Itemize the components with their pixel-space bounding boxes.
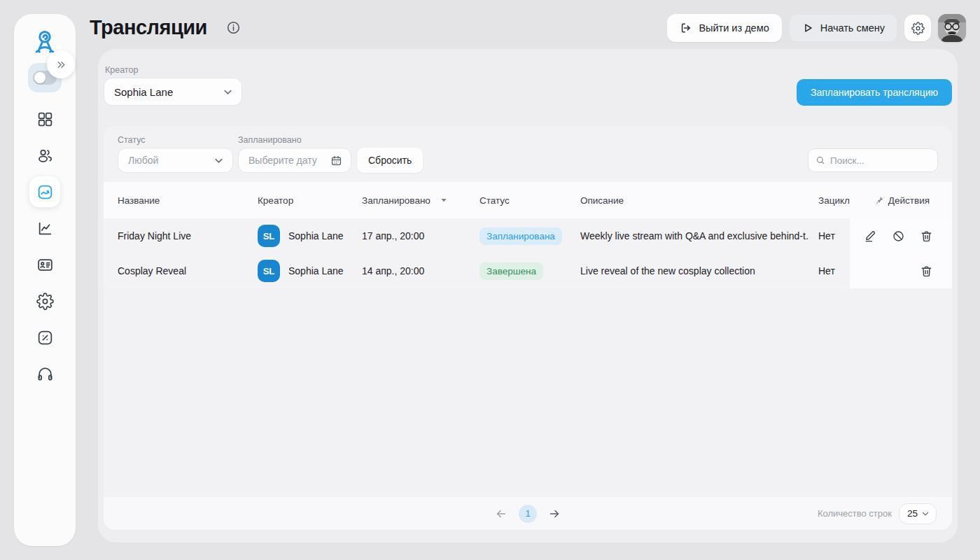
page-number[interactable]: 1: [519, 505, 537, 523]
play-icon: [802, 22, 814, 34]
creator-label: Креатор: [105, 65, 138, 75]
ban-icon: [892, 230, 905, 243]
table-row[interactable]: Friday Night Live SL Sophia Lane 17 апр.…: [104, 218, 952, 253]
status-badge: Запланирована: [479, 227, 562, 245]
exit-demo-label: Выйти из демо: [699, 22, 769, 34]
sidebar-item-analytics[interactable]: [29, 213, 60, 244]
delete-button[interactable]: [916, 226, 936, 246]
status-filter-label: Статус: [118, 135, 146, 145]
start-shift-button[interactable]: Начать смену: [789, 14, 897, 42]
date-picker-input[interactable]: Выберите дату: [238, 148, 351, 173]
pagination-bar: 1 Количество строк 25: [104, 497, 952, 530]
search-field[interactable]: [808, 148, 938, 172]
pin-icon: [874, 195, 884, 206]
search-icon: [816, 155, 825, 165]
table-header-row: Название Креатор Запланировано Статус Оп…: [104, 182, 952, 218]
broadcast-name: Cosplay Reveal: [104, 265, 258, 276]
actions-cell: [850, 253, 952, 288]
rows-per-page-select[interactable]: 25: [899, 503, 937, 524]
column-header-scheduled[interactable]: Запланировано: [362, 195, 478, 206]
id-card-icon: [36, 256, 54, 274]
start-shift-label: Начать смену: [820, 22, 885, 34]
header-settings-button[interactable]: [904, 15, 931, 41]
settings-gear-icon: [36, 293, 54, 310]
user-avatar[interactable]: [938, 14, 966, 42]
creator-cell: SL Sophia Lane: [258, 225, 362, 247]
sidebar-item-broadcasts[interactable]: [29, 176, 60, 207]
status-cell: Завершена: [478, 262, 580, 280]
avatar-image: [938, 14, 966, 42]
broadcast-description: Weekly live stream with Q&A and exclusiv…: [580, 230, 809, 241]
edit-pencil-icon: [864, 230, 877, 243]
cancel-button[interactable]: [888, 226, 908, 246]
status-badge: Завершена: [479, 262, 543, 280]
loop-value: Нет: [809, 265, 850, 276]
rows-per-page-value: 25: [907, 508, 918, 519]
creator-select[interactable]: Sophia Lane: [104, 78, 242, 106]
gear-icon: [911, 22, 925, 35]
creator-initials-avatar: SL: [258, 225, 280, 247]
broadcasts-icon: [36, 183, 54, 201]
logout-icon: [680, 22, 692, 34]
search-input[interactable]: [830, 155, 930, 166]
headphones-icon: [36, 365, 54, 383]
dashboard-grid-icon: [36, 111, 54, 128]
column-header-name[interactable]: Название: [104, 195, 258, 206]
sidebar: [14, 14, 76, 546]
trash-icon: [920, 265, 933, 278]
trash-icon: [920, 230, 933, 243]
info-icon[interactable]: [227, 21, 240, 34]
creator-name: Sophia Lane: [288, 265, 344, 276]
arrow-right-icon: [548, 507, 561, 520]
toggle-knob: [34, 72, 46, 83]
sidebar-expand-button[interactable]: [47, 50, 75, 78]
broadcasts-panel: Статус Любой Запланировано Выберите дату…: [104, 126, 952, 530]
next-page-button[interactable]: [547, 506, 562, 522]
status-filter-value: Любой: [128, 155, 158, 166]
delete-button[interactable]: [916, 261, 936, 281]
sidebar-item-settings[interactable]: [29, 286, 60, 316]
schedule-broadcast-button[interactable]: Запланировать трансляцию: [797, 79, 952, 106]
main-panel: Креатор Sophia Lane Запланировать трансл…: [98, 49, 958, 542]
creator-select-value: Sophia Lane: [114, 86, 173, 98]
table-row[interactable]: Cosplay Reveal SL Sophia Lane 14 апр., 2…: [104, 253, 952, 288]
percent-icon: [36, 329, 54, 346]
scheduled-filter-label: Запланировано: [238, 135, 302, 145]
broadcast-name: Friday Night Live: [104, 230, 258, 241]
users-icon: [36, 147, 54, 164]
creator-initials-avatar: SL: [258, 260, 280, 282]
creator-cell: SL Sophia Lane: [258, 260, 362, 282]
creator-name: Sophia Lane: [288, 230, 344, 241]
column-header-status[interactable]: Статус: [478, 195, 580, 206]
sidebar-item-dashboard[interactable]: [29, 104, 60, 134]
sort-desc-icon: [440, 197, 447, 204]
reset-filters-button[interactable]: Сбросить: [357, 148, 423, 173]
line-chart-icon: [36, 220, 54, 237]
sidebar-item-support[interactable]: [29, 358, 60, 389]
status-filter-select[interactable]: Любой: [118, 148, 233, 173]
scheduled-date: 14 апр., 20:00: [362, 265, 478, 276]
page-title: Трансляции: [90, 16, 207, 39]
column-header-loop[interactable]: Зацикл: [809, 195, 850, 206]
rows-per-page-label: Количество строк: [818, 508, 892, 519]
column-header-description[interactable]: Описание: [580, 195, 809, 206]
calendar-icon: [330, 155, 342, 167]
scheduled-date: 17 апр., 20:00: [362, 230, 478, 241]
chevrons-right-icon: [55, 59, 67, 71]
column-header-actions[interactable]: Действия: [850, 195, 952, 206]
loop-value: Нет: [809, 230, 850, 241]
previous-page-button[interactable]: [493, 506, 509, 522]
sidebar-item-users[interactable]: [29, 140, 60, 171]
sidebar-item-contacts[interactable]: [29, 249, 60, 280]
date-picker-placeholder: Выберите дату: [248, 155, 317, 166]
chevron-down-icon: [214, 155, 224, 166]
exit-demo-button[interactable]: Выйти из демо: [667, 14, 781, 42]
chevron-down-icon: [921, 510, 930, 518]
edit-button[interactable]: [860, 226, 880, 246]
column-header-creator[interactable]: Креатор: [258, 195, 362, 206]
arrow-left-icon: [495, 507, 507, 520]
sidebar-item-promotions[interactable]: [29, 322, 60, 353]
rows-per-page: Количество строк 25: [818, 497, 937, 530]
actions-cell: [850, 218, 952, 253]
status-cell: Запланирована: [478, 227, 580, 245]
